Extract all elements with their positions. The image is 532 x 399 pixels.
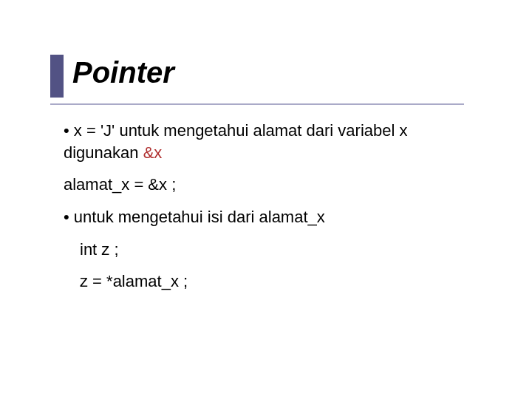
bullet-1: • x = 'J' untuk mengetahui alamat dari v…: [64, 120, 477, 163]
bullet-1-text: • x = 'J' untuk mengetahui alamat dari v…: [64, 121, 408, 162]
title-underline: [50, 103, 464, 105]
slide-body: • x = 'J' untuk mengetahui alamat dari v…: [64, 120, 477, 303]
slide-title: Pointer: [72, 56, 174, 89]
code-line-3: z = *alamat_x ;: [64, 270, 477, 293]
code-line-1: alamat_x = &x ;: [64, 174, 477, 196]
code-line-2: int z ;: [64, 239, 477, 261]
slide: Pointer • x = 'J' untuk mengetahui alama…: [0, 0, 532, 399]
bullet-2: • untuk mengetahui isi dari alamat_x: [64, 206, 477, 228]
title-accent-bar: [50, 55, 64, 98]
ampersand-x: &x: [143, 143, 163, 162]
